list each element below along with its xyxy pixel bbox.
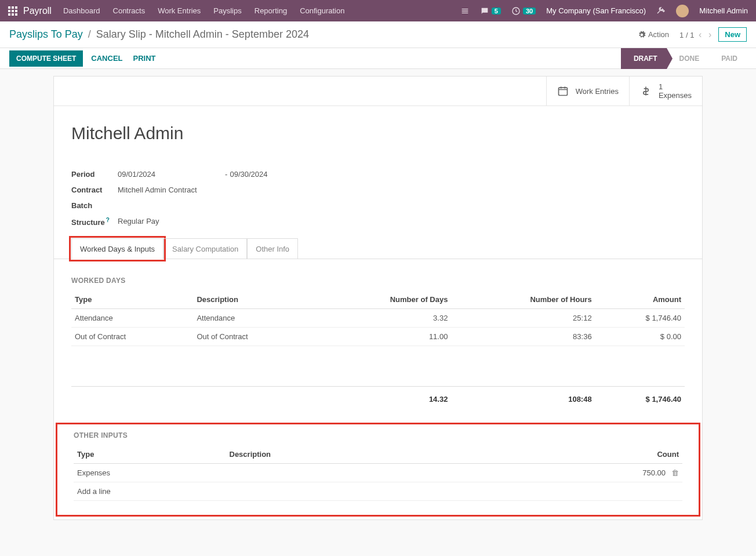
compute-sheet-button[interactable]: COMPUTE SHEET: [9, 50, 83, 67]
svg-rect-1: [558, 88, 567, 95]
tab-salary-computation[interactable]: Salary Computation: [163, 238, 247, 259]
tab-worked-days[interactable]: Worked Days & Inputs: [71, 238, 163, 259]
main-menu: Dashboard Contracts Work Entries Payslip…: [63, 6, 460, 15]
batch-label: Batch: [71, 201, 118, 210]
calendar-icon: [557, 85, 569, 97]
menu-contracts[interactable]: Contracts: [113, 6, 146, 15]
worked-days-table: Type Description Number of Days Number o…: [54, 290, 702, 408]
print-button[interactable]: PRINT: [133, 54, 156, 63]
brand[interactable]: Payroll: [23, 6, 52, 16]
company-label[interactable]: My Company (San Francisco): [546, 6, 646, 15]
status-done[interactable]: DONE: [667, 48, 709, 69]
button-bar: COMPUTE SHEET CANCEL PRINT DRAFT DONE PA…: [0, 48, 756, 69]
menu-configuration[interactable]: Configuration: [300, 6, 344, 15]
menu-work-entries[interactable]: Work Entries: [158, 6, 201, 15]
action-button[interactable]: Action: [638, 30, 669, 39]
structure-label: Structure?: [71, 217, 118, 227]
pager-prev-icon[interactable]: ‹: [699, 30, 702, 39]
dollar-icon: [640, 85, 652, 97]
tools-icon[interactable]: [656, 5, 666, 16]
menu-dashboard[interactable]: Dashboard: [63, 6, 100, 15]
breadcrumb: Payslips To Pay / Salary Slip - Mitchell…: [9, 28, 638, 41]
user-label[interactable]: Mitchell Admin: [699, 6, 748, 15]
structure-value[interactable]: Regular Pay: [118, 217, 159, 227]
cancel-button[interactable]: CANCEL: [91, 54, 122, 63]
contract-value[interactable]: Mitchell Admin Contract: [118, 186, 197, 194]
period-to[interactable]: 09/30/2024: [230, 170, 267, 179]
avatar[interactable]: [676, 5, 689, 17]
period-from[interactable]: 09/01/2024: [118, 170, 155, 179]
tab-bar: Worked Days & Inputs Salary Computation …: [54, 238, 702, 259]
menu-reporting[interactable]: Reporting: [255, 6, 287, 15]
stat-work-entries[interactable]: Work Entries: [546, 77, 629, 106]
tab-other-info[interactable]: Other Info: [247, 238, 298, 259]
table-row[interactable]: Out of Contract Out of Contract 11.00 83…: [71, 328, 685, 346]
form-sheet: Work Entries 1 Expenses Mitchell Admin P…: [53, 76, 703, 520]
sub-header: Payslips To Pay / Salary Slip - Mitchell…: [0, 21, 756, 48]
stat-expenses[interactable]: 1 Expenses: [629, 77, 702, 106]
crumb-current: Salary Slip - Mitchell Admin - September…: [96, 28, 309, 40]
page-title: Mitchell Admin: [54, 106, 702, 166]
clock-icon[interactable]: 30: [511, 6, 536, 16]
pager-next-icon[interactable]: ›: [708, 30, 711, 39]
menu-payslips[interactable]: Payslips: [213, 6, 241, 15]
period-label: Period: [71, 170, 118, 179]
status-paid[interactable]: PAID: [708, 48, 747, 69]
pager: 1 / 1 ‹ ›: [679, 30, 714, 40]
crumb-root[interactable]: Payslips To Pay: [9, 28, 83, 40]
other-inputs-table: Type Description Count Expenses 750.00🗑 …: [56, 445, 700, 510]
top-nav: Payroll Dashboard Contracts Work Entries…: [0, 0, 756, 21]
contract-label: Contract: [71, 186, 118, 194]
gear-icon: [638, 31, 646, 39]
status-draft[interactable]: DRAFT: [621, 48, 667, 69]
worked-days-title: WORKED DAYS: [54, 259, 702, 290]
other-inputs-title: OTHER INPUTS: [56, 423, 700, 445]
new-button[interactable]: New: [718, 27, 747, 42]
apps-icon[interactable]: [8, 6, 17, 16]
table-row[interactable]: Expenses 750.00🗑: [74, 464, 682, 482]
chat-icon[interactable]: 5: [480, 6, 501, 16]
help-icon[interactable]: ?: [106, 217, 110, 223]
trash-icon[interactable]: 🗑: [671, 468, 679, 477]
add-line-row[interactable]: Add a line: [74, 482, 682, 501]
status-bar: DRAFT DONE PAID: [621, 48, 747, 69]
table-row[interactable]: Attendance Attendance 3.32 25:12 $ 1,746…: [71, 309, 685, 328]
phone-icon[interactable]: [460, 6, 470, 16]
